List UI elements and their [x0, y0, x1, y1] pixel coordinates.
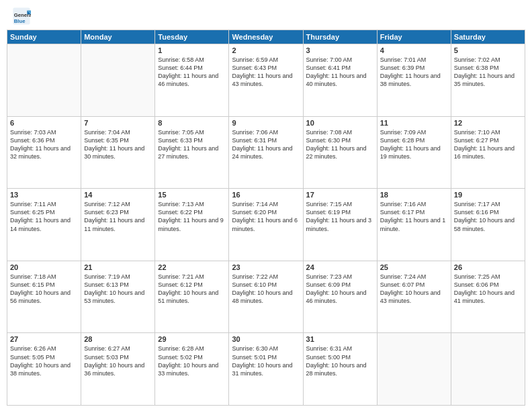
- day-info: Sunrise: 7:16 AM Sunset: 6:17 PM Dayligh…: [380, 200, 448, 233]
- day-cell: 25Sunrise: 7:24 AM Sunset: 6:07 PM Dayli…: [377, 261, 451, 333]
- day-number: 29: [158, 335, 226, 343]
- day-cell: 29Sunrise: 6:28 AM Sunset: 5:02 PM Dayli…: [155, 333, 229, 406]
- day-cell: 9Sunrise: 7:06 AM Sunset: 6:31 PM Daylig…: [229, 116, 303, 189]
- day-cell: 4Sunrise: 7:01 AM Sunset: 6:39 PM Daylig…: [377, 44, 451, 117]
- day-info: Sunrise: 7:14 AM Sunset: 6:20 PM Dayligh…: [232, 200, 300, 233]
- day-number: 14: [84, 191, 152, 199]
- day-info: Sunrise: 7:22 AM Sunset: 6:10 PM Dayligh…: [232, 273, 300, 306]
- day-number: 10: [306, 119, 374, 127]
- day-number: 30: [232, 335, 300, 343]
- day-number: 15: [158, 191, 226, 199]
- day-cell: 1Sunrise: 6:58 AM Sunset: 6:44 PM Daylig…: [155, 44, 229, 117]
- day-cell: [81, 44, 155, 117]
- day-number: 21: [84, 263, 152, 271]
- day-info: Sunrise: 6:30 AM Sunset: 5:01 PM Dayligh…: [232, 345, 300, 377]
- day-info: Sunrise: 7:19 AM Sunset: 6:13 PM Dayligh…: [84, 273, 152, 306]
- day-cell: 10Sunrise: 7:08 AM Sunset: 6:30 PM Dayli…: [303, 116, 377, 189]
- day-cell: 28Sunrise: 6:27 AM Sunset: 5:03 PM Dayli…: [81, 333, 155, 406]
- day-number: 28: [84, 335, 152, 343]
- week-row-4: 27Sunrise: 6:26 AM Sunset: 5:05 PM Dayli…: [7, 333, 525, 406]
- day-number: 1: [158, 46, 226, 54]
- day-header-thursday: Thursday: [303, 30, 377, 44]
- day-info: Sunrise: 6:31 AM Sunset: 5:00 PM Dayligh…: [306, 345, 374, 377]
- day-number: 13: [10, 191, 78, 199]
- week-row-3: 20Sunrise: 7:18 AM Sunset: 6:15 PM Dayli…: [7, 261, 525, 333]
- day-info: Sunrise: 7:23 AM Sunset: 6:09 PM Dayligh…: [306, 273, 374, 306]
- header: General Blue: [0, 0, 532, 30]
- day-cell: 21Sunrise: 7:19 AM Sunset: 6:13 PM Dayli…: [81, 261, 155, 333]
- day-info: Sunrise: 7:02 AM Sunset: 6:38 PM Dayligh…: [454, 56, 522, 89]
- day-cell: 20Sunrise: 7:18 AM Sunset: 6:15 PM Dayli…: [7, 261, 81, 333]
- day-cell: 7Sunrise: 7:04 AM Sunset: 6:35 PM Daylig…: [81, 116, 155, 189]
- day-info: Sunrise: 6:28 AM Sunset: 5:02 PM Dayligh…: [158, 345, 226, 377]
- day-number: 23: [232, 263, 300, 271]
- day-info: Sunrise: 7:00 AM Sunset: 6:41 PM Dayligh…: [306, 56, 374, 89]
- day-number: 3: [306, 46, 374, 54]
- day-info: Sunrise: 7:04 AM Sunset: 6:35 PM Dayligh…: [84, 128, 152, 161]
- svg-text:Blue: Blue: [14, 18, 26, 24]
- day-info: Sunrise: 7:03 AM Sunset: 6:36 PM Dayligh…: [10, 128, 78, 161]
- day-cell: 22Sunrise: 7:21 AM Sunset: 6:12 PM Dayli…: [155, 261, 229, 333]
- day-number: 11: [380, 119, 448, 127]
- day-cell: 14Sunrise: 7:12 AM Sunset: 6:23 PM Dayli…: [81, 189, 155, 261]
- day-info: Sunrise: 6:27 AM Sunset: 5:03 PM Dayligh…: [84, 345, 152, 377]
- day-cell: 23Sunrise: 7:22 AM Sunset: 6:10 PM Dayli…: [229, 261, 303, 333]
- day-info: Sunrise: 7:12 AM Sunset: 6:23 PM Dayligh…: [84, 200, 152, 233]
- day-number: 7: [84, 119, 152, 127]
- day-info: Sunrise: 6:59 AM Sunset: 6:43 PM Dayligh…: [232, 56, 300, 89]
- day-number: 6: [10, 119, 78, 127]
- day-number: 26: [454, 263, 522, 271]
- day-number: 5: [454, 46, 522, 54]
- day-cell: 13Sunrise: 7:11 AM Sunset: 6:25 PM Dayli…: [7, 189, 81, 261]
- day-cell: 12Sunrise: 7:10 AM Sunset: 6:27 PM Dayli…: [451, 116, 525, 189]
- day-cell: 30Sunrise: 6:30 AM Sunset: 5:01 PM Dayli…: [229, 333, 303, 406]
- logo-icon: General Blue: [12, 7, 31, 26]
- week-row-0: 1Sunrise: 6:58 AM Sunset: 6:44 PM Daylig…: [7, 44, 525, 117]
- day-cell: [7, 44, 81, 117]
- calendar: SundayMondayTuesdayWednesdayThursdayFrid…: [0, 30, 532, 411]
- day-header-wednesday: Wednesday: [229, 30, 303, 44]
- day-number: 8: [158, 119, 226, 127]
- day-cell: 24Sunrise: 7:23 AM Sunset: 6:09 PM Dayli…: [303, 261, 377, 333]
- day-cell: 6Sunrise: 7:03 AM Sunset: 6:36 PM Daylig…: [7, 116, 81, 189]
- day-number: 19: [454, 191, 522, 199]
- day-info: Sunrise: 7:18 AM Sunset: 6:15 PM Dayligh…: [10, 273, 78, 306]
- calendar-header: SundayMondayTuesdayWednesdayThursdayFrid…: [7, 30, 525, 44]
- day-info: Sunrise: 7:21 AM Sunset: 6:12 PM Dayligh…: [158, 273, 226, 306]
- day-cell: 3Sunrise: 7:00 AM Sunset: 6:41 PM Daylig…: [303, 44, 377, 117]
- day-header-monday: Monday: [81, 30, 155, 44]
- day-number: 17: [306, 191, 374, 199]
- page: General Blue SundayMondayTuesdayWednesda…: [0, 0, 532, 411]
- day-cell: 11Sunrise: 7:09 AM Sunset: 6:28 PM Dayli…: [377, 116, 451, 189]
- day-number: 22: [158, 263, 226, 271]
- day-cell: 19Sunrise: 7:17 AM Sunset: 6:16 PM Dayli…: [451, 189, 525, 261]
- day-header-friday: Friday: [377, 30, 451, 44]
- day-cell: 16Sunrise: 7:14 AM Sunset: 6:20 PM Dayli…: [229, 189, 303, 261]
- day-number: 27: [10, 335, 78, 343]
- day-number: 4: [380, 46, 448, 54]
- calendar-table: SundayMondayTuesdayWednesdayThursdayFrid…: [7, 30, 525, 406]
- logo: General Blue: [12, 7, 34, 26]
- day-number: 25: [380, 263, 448, 271]
- day-cell: 5Sunrise: 7:02 AM Sunset: 6:38 PM Daylig…: [451, 44, 525, 117]
- day-info: Sunrise: 7:08 AM Sunset: 6:30 PM Dayligh…: [306, 128, 374, 161]
- day-header-tuesday: Tuesday: [155, 30, 229, 44]
- day-info: Sunrise: 7:13 AM Sunset: 6:22 PM Dayligh…: [158, 200, 226, 233]
- week-row-1: 6Sunrise: 7:03 AM Sunset: 6:36 PM Daylig…: [7, 116, 525, 189]
- day-number: 20: [10, 263, 78, 271]
- day-number: 12: [454, 119, 522, 127]
- day-cell: 17Sunrise: 7:15 AM Sunset: 6:19 PM Dayli…: [303, 189, 377, 261]
- day-info: Sunrise: 7:05 AM Sunset: 6:33 PM Dayligh…: [158, 128, 226, 161]
- day-number: 16: [232, 191, 300, 199]
- day-number: 2: [232, 46, 300, 54]
- day-info: Sunrise: 7:01 AM Sunset: 6:39 PM Dayligh…: [380, 56, 448, 89]
- day-info: Sunrise: 7:25 AM Sunset: 6:06 PM Dayligh…: [454, 273, 522, 306]
- day-info: Sunrise: 6:26 AM Sunset: 5:05 PM Dayligh…: [10, 345, 78, 377]
- day-cell: 26Sunrise: 7:25 AM Sunset: 6:06 PM Dayli…: [451, 261, 525, 333]
- day-number: 9: [232, 119, 300, 127]
- day-header-saturday: Saturday: [451, 30, 525, 44]
- day-cell: 15Sunrise: 7:13 AM Sunset: 6:22 PM Dayli…: [155, 189, 229, 261]
- day-info: Sunrise: 7:06 AM Sunset: 6:31 PM Dayligh…: [232, 128, 300, 161]
- day-cell: [377, 333, 451, 406]
- day-cell: 18Sunrise: 7:16 AM Sunset: 6:17 PM Dayli…: [377, 189, 451, 261]
